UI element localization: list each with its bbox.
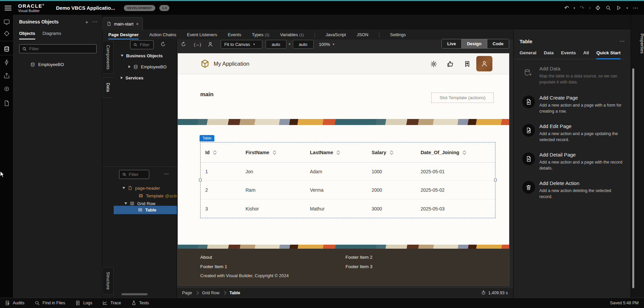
- breadcrumb-page[interactable]: Page: [182, 291, 192, 295]
- footer-link-item2[interactable]: Footer Item 2: [345, 255, 372, 260]
- responsive-width-icon[interactable]: (↔): [194, 42, 201, 47]
- tab-objects[interactable]: Objects: [19, 31, 35, 40]
- mode-design-button[interactable]: Design: [461, 39, 487, 48]
- tab-data[interactable]: Data: [102, 77, 114, 98]
- undo-menu-caret-icon[interactable]: ▾: [574, 6, 575, 10]
- web-apps-icon[interactable]: [3, 19, 10, 25]
- sort-icon[interactable]: [390, 150, 393, 154]
- tab-events[interactable]: Events: [561, 50, 576, 59]
- mode-code-button[interactable]: Code: [487, 39, 509, 48]
- tab-data[interactable]: Data: [544, 50, 553, 59]
- data-filter-input[interactable]: [130, 40, 154, 49]
- tab-settings[interactable]: Settings: [390, 30, 406, 40]
- tree-business-objects[interactable]: Business Objects: [121, 52, 163, 60]
- structure-horizontal-scrollbar[interactable]: [121, 293, 148, 295]
- reload-page-icon[interactable]: [180, 41, 186, 47]
- tab-general[interactable]: General: [520, 50, 536, 59]
- actions-icon[interactable]: [3, 59, 10, 66]
- refresh-data-icon[interactable]: [160, 41, 166, 47]
- publish-rail-icon[interactable]: [3, 72, 10, 79]
- tab-structure[interactable]: Structure: [102, 267, 114, 295]
- thumbs-up-icon[interactable]: [447, 60, 454, 68]
- sort-icon[interactable]: [214, 150, 216, 154]
- trace-button[interactable]: Trace: [102, 300, 121, 306]
- caret-right-icon[interactable]: [121, 76, 123, 79]
- structure-menu-icon[interactable]: ⋯: [164, 171, 169, 177]
- breadcrumb-grid-row[interactable]: Grid Row: [202, 291, 219, 295]
- footer-link-about[interactable]: About: [200, 255, 212, 260]
- caret-down-icon[interactable]: [122, 187, 125, 189]
- source-icon[interactable]: [3, 100, 10, 107]
- redo-menu-caret-icon[interactable]: ▾: [589, 6, 591, 10]
- tab-event-listeners[interactable]: Event Listeners: [187, 30, 217, 40]
- sort-icon[interactable]: [273, 150, 276, 154]
- tab-quick-start[interactable]: Quick Start: [596, 50, 621, 59]
- properties-menu-icon[interactable]: ⋯: [620, 38, 625, 44]
- canvas-width-input[interactable]: [266, 40, 286, 49]
- tab-main-start[interactable]: main-start ×: [102, 17, 143, 30]
- structure-page-header[interactable]: page-header: [122, 184, 160, 192]
- footer-link-item1[interactable]: Footer Item 1: [200, 264, 227, 269]
- publish-icon[interactable]: [595, 5, 601, 11]
- structure-template[interactable]: Template@actio: [139, 192, 177, 200]
- tab-action-chains[interactable]: Action Chains: [149, 30, 176, 40]
- search-icon[interactable]: [605, 5, 611, 11]
- settings-gear-icon[interactable]: [430, 60, 437, 68]
- logs-button[interactable]: Logs: [75, 300, 92, 306]
- user-context-icon[interactable]: [207, 41, 213, 47]
- table-row[interactable]: 3KishorMathur30002025-05-03: [201, 199, 495, 218]
- components-rail-icon[interactable]: [3, 86, 10, 93]
- bo-item-employeebo[interactable]: EmployeeBO: [30, 62, 102, 67]
- structure-table-selected[interactable]: Table: [114, 206, 177, 214]
- data-table[interactable]: Id FirstName LastName Salary Date_Of_Joi…: [200, 142, 495, 218]
- run-menu-caret-icon[interactable]: ▾: [626, 6, 628, 10]
- app-page-header[interactable]: My Application: [178, 53, 509, 74]
- canvas-height-input[interactable]: [293, 40, 314, 49]
- menu-icon[interactable]: [5, 6, 11, 10]
- table-row[interactable]: 1JonAdam10002025-05-01: [201, 163, 495, 181]
- tab-properties[interactable]: Properties: [631, 34, 644, 54]
- audits-button[interactable]: Audits: [5, 300, 24, 306]
- mode-live-button[interactable]: Live: [442, 39, 461, 48]
- business-objects-icon[interactable]: [3, 46, 10, 52]
- design-canvas[interactable]: My Application main Slot Template (actio…: [178, 53, 509, 286]
- resize-handle-right[interactable]: [494, 179, 497, 181]
- zoom-select[interactable]: 100%▾: [319, 42, 334, 47]
- tab-diagrams[interactable]: Diagrams: [43, 31, 61, 40]
- close-tab-icon[interactable]: ×: [136, 21, 139, 26]
- resize-handle-left[interactable]: [199, 179, 202, 181]
- tab-json[interactable]: JSON: [357, 30, 368, 40]
- footer-link-item3[interactable]: Footer Item 3: [345, 264, 372, 269]
- sort-icon[interactable]: [463, 150, 466, 154]
- tab-components[interactable]: Components: [102, 41, 114, 74]
- add-business-object-icon[interactable]: +: [85, 19, 88, 25]
- caret-down-icon[interactable]: [121, 55, 123, 57]
- vertical-scrollbar[interactable]: [632, 68, 634, 288]
- column-header-id[interactable]: Id: [201, 150, 241, 155]
- tree-services[interactable]: Services: [121, 74, 144, 82]
- more-actions-icon[interactable]: ⋯: [633, 5, 638, 11]
- redo-icon[interactable]: ↷: [580, 5, 584, 11]
- bookmark-star-icon[interactable]: [464, 60, 471, 68]
- tab-all[interactable]: All: [583, 50, 589, 59]
- column-header-salary[interactable]: Salary: [367, 150, 416, 155]
- find-in-files-button[interactable]: Find in Files: [35, 300, 65, 306]
- bo-filter-input[interactable]: [19, 44, 97, 53]
- tests-button[interactable]: Tests: [131, 300, 149, 306]
- column-header-firstname[interactable]: FirstName: [241, 150, 305, 155]
- tree-employeebo[interactable]: EmployeeBO: [128, 63, 167, 71]
- table-row[interactable]: 2RamVerma20002025-05-02: [201, 181, 495, 199]
- services-icon[interactable]: [3, 30, 10, 37]
- panel-menu-icon[interactable]: ⋯: [92, 19, 97, 25]
- fit-to-canvas-select[interactable]: Fit to Canvas▾: [221, 40, 262, 49]
- app-title[interactable]: Demo VBCS Applicatio...: [56, 5, 115, 11]
- structure-filter-input[interactable]: [119, 170, 149, 179]
- user-avatar[interactable]: [476, 56, 492, 71]
- breadcrumb-table[interactable]: Table: [229, 291, 240, 295]
- undo-icon[interactable]: ↶: [565, 5, 569, 11]
- slot-template-actions[interactable]: Slot Template (actions): [431, 93, 494, 103]
- sort-icon[interactable]: [337, 150, 339, 154]
- tab-variables[interactable]: Variables(1): [280, 30, 304, 40]
- caret-right-icon[interactable]: [128, 65, 130, 68]
- run-app-icon[interactable]: [616, 5, 622, 11]
